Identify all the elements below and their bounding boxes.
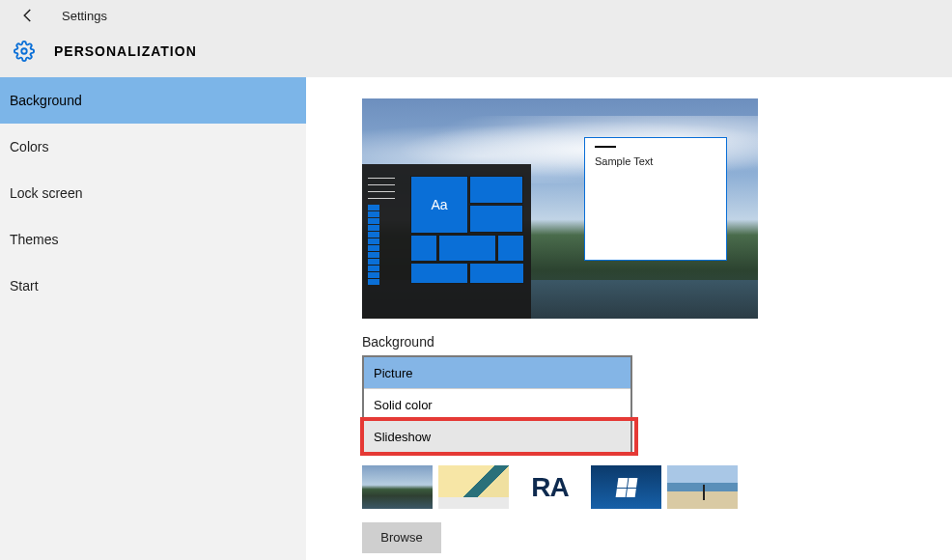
browse-button[interactable]: Browse [362, 522, 441, 553]
sidebar-item-label: Colors [10, 139, 48, 154]
preview-tiles: Aa [410, 176, 524, 311]
sidebar-item-label: Themes [10, 232, 59, 247]
thumbnail[interactable] [438, 465, 509, 509]
preview-blue-column [368, 205, 379, 285]
preview-sample-window: Sample Text [584, 137, 727, 261]
header-top: Settings [0, 0, 107, 31]
preview-sample-text: Sample Text [595, 155, 716, 167]
header: Settings PERSONALIZATION [0, 0, 952, 77]
thumbnail[interactable] [362, 465, 433, 509]
dropdown-option-picture[interactable]: Picture [364, 357, 630, 388]
preview-tile [469, 205, 523, 233]
svg-point-0 [21, 48, 27, 54]
sidebar-item-themes[interactable]: Themes [0, 216, 306, 263]
thumbnail-text: RA [531, 472, 568, 503]
thumbnail[interactable] [591, 465, 661, 509]
browse-label: Browse [380, 530, 422, 545]
dropdown-option-label: Picture [374, 366, 412, 380]
preview-tile-aa: Aa [410, 176, 468, 234]
preview-tile [410, 235, 437, 262]
preview-sample-bar [595, 146, 616, 148]
preview-menu-lines [368, 178, 395, 199]
dropdown-option-label: Slideshow [374, 430, 431, 444]
sidebar-item-background[interactable]: Background [0, 77, 306, 124]
sidebar-item-label: Start [10, 278, 39, 294]
sidebar-item-start[interactable]: Start [0, 263, 306, 309]
section-title: PERSONALIZATION [54, 43, 197, 59]
preview-tile-text: Aa [431, 197, 447, 212]
dropdown-option-slideshow[interactable]: Slideshow [364, 421, 630, 452]
sidebar-item-lock-screen[interactable]: Lock screen [0, 170, 306, 216]
dropdown-option-solid-color[interactable]: Solid color [364, 389, 630, 420]
sidebar-item-label: Lock screen [10, 185, 82, 201]
sidebar-item-label: Background [10, 93, 82, 108]
preview-tile [410, 263, 468, 284]
thumbnail[interactable] [667, 465, 738, 509]
window-title: Settings [62, 9, 107, 23]
background-dropdown[interactable]: Picture Solid color Slideshow [362, 355, 632, 454]
header-section-row: PERSONALIZATION [0, 41, 197, 62]
back-button[interactable] [17, 5, 39, 26]
preview-tile [497, 235, 524, 262]
content: Aa Sample Text Background Picture Solid … [306, 77, 952, 560]
dropdown-option-label: Solid color [374, 398, 433, 412]
thumbnail[interactable]: RA [515, 465, 585, 509]
gear-icon [14, 41, 35, 62]
preview-tile [469, 263, 524, 284]
main: Background Colors Lock screen Themes Sta… [0, 77, 952, 560]
sidebar-item-colors[interactable]: Colors [0, 124, 306, 170]
sidebar: Background Colors Lock screen Themes Sta… [0, 77, 306, 560]
desktop-preview: Aa Sample Text [362, 98, 758, 319]
preview-tile [469, 176, 523, 204]
picture-thumbnails: RA [362, 465, 952, 509]
windows-logo-icon [615, 478, 637, 497]
background-label: Background [362, 334, 952, 350]
preview-tile [438, 235, 496, 262]
